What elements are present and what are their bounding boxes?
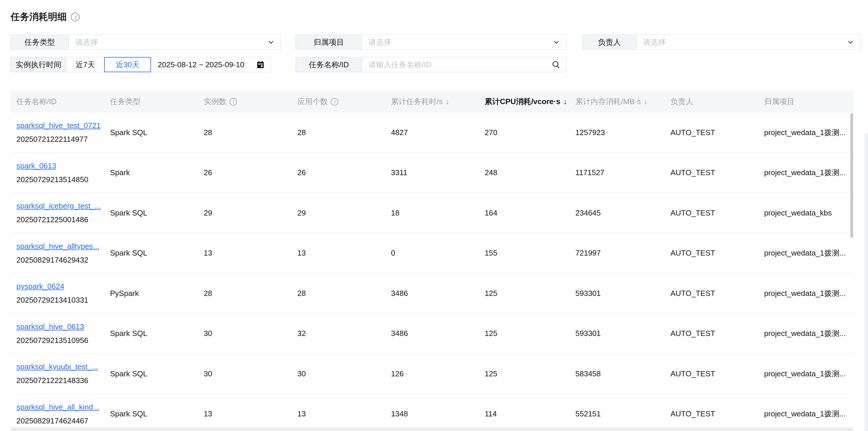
- task-type-placeholder: 请选择: [75, 37, 98, 47]
- table-row: spark_0613 20250729213514850 Spark 26 26…: [10, 153, 854, 193]
- sort-desc-icon[interactable]: ↓: [644, 97, 648, 106]
- table-row: sparksql_hive_alltypes... 20250829174629…: [10, 233, 854, 274]
- table-horizontal-scrollbar[interactable]: [10, 428, 853, 431]
- cpu-cell: 114: [485, 409, 575, 419]
- cpu-cell: 125: [485, 329, 575, 338]
- task-id: 20250721225001486: [17, 215, 110, 224]
- instances-cell: 28: [204, 289, 297, 298]
- duration-cell: 3486: [391, 289, 485, 298]
- last-30-days-button[interactable]: 近30天: [104, 57, 151, 72]
- task-name-link[interactable]: sparksql_hive_alltypes...: [17, 242, 99, 251]
- task-id: 20250729213510956: [17, 336, 110, 345]
- chevron-down-icon[interactable]: [553, 38, 560, 46]
- task-id: 20250729213514850: [17, 175, 110, 184]
- task-type-cell: Spark SQL: [110, 128, 204, 137]
- apps-cell: 32: [297, 329, 391, 338]
- col-header-duration-sortable[interactable]: 累计任务耗时/s ↓: [391, 97, 485, 107]
- task-name-cell: sparksql_iceberg_test_... 20250721225001…: [17, 201, 110, 224]
- task-id: 20250829174624467: [17, 417, 110, 426]
- table-row: sparksql_kyuubi_test_... 202507212221483…: [10, 354, 854, 394]
- task-type-cell: PySpark: [110, 289, 204, 298]
- col-header-project: 归属项目: [764, 97, 854, 107]
- col-header-cpu-sortable[interactable]: 累计CPU消耗/vcore·s ↓: [485, 97, 575, 107]
- col-header-apps: 应用个数 i: [297, 97, 391, 107]
- table-row: sparksql_hive_all_kind... 20250829174624…: [10, 394, 854, 431]
- apps-info-icon[interactable]: i: [331, 98, 338, 105]
- task-id: 20250729213410331: [17, 296, 110, 305]
- project-select[interactable]: 归属项目 请选择: [296, 34, 566, 50]
- search-icon[interactable]: [551, 60, 561, 69]
- owner-label: 负责人: [583, 35, 637, 49]
- task-name-cell: pyspark_0624 20250729213410331: [17, 282, 110, 305]
- apps-cell: 29: [297, 208, 391, 218]
- task-type-cell: Spark SQL: [110, 369, 204, 378]
- duration-cell: 4827: [391, 128, 485, 137]
- task-type-label: 任务类型: [11, 35, 69, 49]
- owner-cell: AUTO_TEST: [671, 409, 764, 419]
- task-name-cell: spark_0613 20250729213514850: [17, 161, 110, 184]
- col-header-task-type: 任务类型: [110, 97, 204, 107]
- task-type-cell: Spark SQL: [110, 409, 204, 419]
- page-header: 任务消耗明细 i: [10, 10, 80, 23]
- memory-cell: 1171527: [575, 168, 671, 177]
- date-range-picker[interactable]: 2025-08-12 ~ 2025-09-10: [151, 57, 271, 72]
- task-search-input[interactable]: [368, 60, 546, 69]
- memory-cell: 234645: [575, 208, 671, 218]
- duration-cell: 3311: [391, 168, 485, 177]
- table-header-row: 任务名称/ID 任务类型 实例数 i 应用个数 i 累计任务耗时/s ↓ 累计C…: [10, 91, 854, 112]
- task-search-label: 任务名称/ID: [296, 57, 362, 72]
- task-type-cell: Spark SQL: [110, 208, 204, 218]
- apps-cell: 13: [297, 409, 391, 419]
- task-type-select[interactable]: 任务类型 请选择: [10, 34, 281, 50]
- page-scrollbar-track[interactable]: [865, 133, 868, 431]
- task-name-link[interactable]: sparksql_hive_0613: [17, 322, 84, 331]
- cpu-cell: 270: [485, 128, 575, 137]
- instances-cell: 29: [204, 208, 297, 218]
- calendar-icon[interactable]: [256, 60, 265, 69]
- sort-desc-icon-active[interactable]: ↓: [563, 97, 567, 106]
- page-title: 任务消耗明细: [10, 10, 67, 23]
- task-name-cell: sparksql_hive_0613 20250729213510956: [17, 322, 110, 345]
- task-name-link[interactable]: sparksql_hive_all_kind...: [17, 403, 99, 412]
- instances-cell: 13: [204, 248, 297, 258]
- task-name-link[interactable]: sparksql_kyuubi_test_...: [17, 362, 98, 371]
- task-name-cell: sparksql_hive_alltypes... 20250829174629…: [17, 242, 110, 265]
- last-7-days-button[interactable]: 近7天: [66, 57, 104, 72]
- task-name-cell: sparksql_hive_all_kind... 20250829174624…: [17, 403, 110, 426]
- date-range-value: 2025-08-12 ~ 2025-09-10: [158, 60, 244, 69]
- cpu-cell: 155: [485, 248, 575, 258]
- memory-cell: 583458: [575, 369, 671, 378]
- apps-cell: 26: [297, 168, 391, 177]
- owner-select[interactable]: 负责人 请选择: [582, 34, 860, 50]
- table-vertical-scrollbar[interactable]: [850, 113, 853, 238]
- duration-cell: 126: [391, 369, 485, 378]
- task-name-link[interactable]: spark_0613: [17, 161, 56, 170]
- chevron-down-icon[interactable]: [847, 38, 854, 46]
- task-name-link[interactable]: pyspark_0624: [17, 282, 64, 291]
- apps-cell: 30: [297, 369, 391, 378]
- owner-cell: AUTO_TEST: [671, 208, 764, 218]
- task-name-link[interactable]: sparksql_hive_test_0721: [17, 121, 101, 130]
- exec-time-label: 实例执行时间: [11, 57, 66, 72]
- task-name-cell: sparksql_kyuubi_test_... 202507212221483…: [17, 362, 110, 385]
- owner-cell: AUTO_TEST: [671, 128, 764, 137]
- duration-cell: 1348: [391, 409, 485, 419]
- task-name-link[interactable]: sparksql_iceberg_test_...: [17, 201, 101, 210]
- sort-desc-icon[interactable]: ↓: [445, 97, 449, 106]
- project-cell: project_wedata_1拨测...: [764, 369, 854, 379]
- exec-time-filter: 实例执行时间 近7天 近30天 2025-08-12 ~ 2025-09-10: [10, 57, 271, 72]
- task-id: 20250829174629432: [17, 256, 110, 265]
- table-body: sparksql_hive_test_0721 2025072122211497…: [10, 112, 854, 431]
- apps-cell: 13: [297, 248, 391, 258]
- memory-cell: 593301: [575, 329, 671, 338]
- task-type-cell: Spark SQL: [110, 248, 204, 258]
- project-cell: project_wedata_1拨测...: [764, 168, 854, 178]
- chevron-down-icon[interactable]: [267, 38, 275, 46]
- instances-cell: 30: [204, 369, 297, 378]
- col-header-memory-sortable[interactable]: 累计内存消耗/MB·s ↓: [575, 97, 671, 107]
- table-row: sparksql_hive_0613 20250729213510956 Spa…: [10, 314, 854, 354]
- owner-cell: AUTO_TEST: [671, 248, 764, 258]
- project-cell: project_wedata_1拨测...: [764, 288, 854, 299]
- title-info-icon[interactable]: i: [71, 12, 80, 21]
- instances-info-icon[interactable]: i: [229, 98, 237, 105]
